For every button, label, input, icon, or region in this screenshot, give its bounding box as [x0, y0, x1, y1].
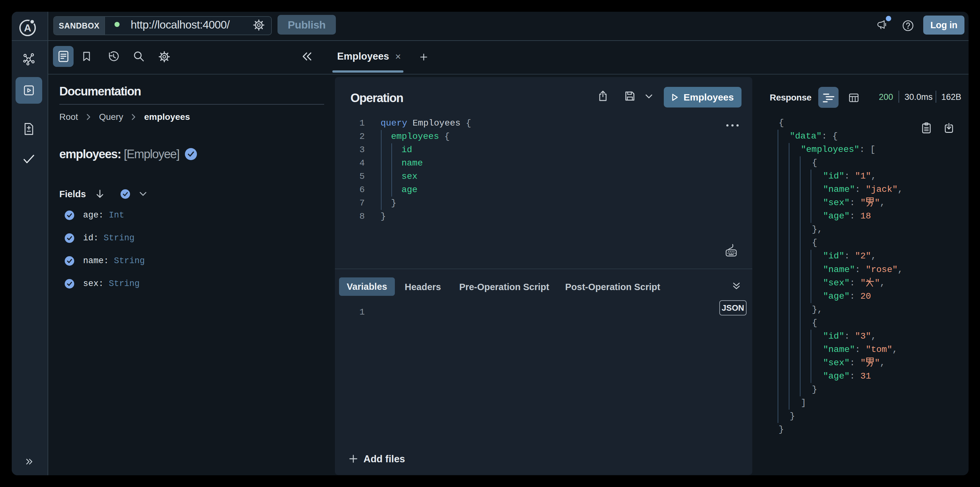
- svg-text:A: A: [24, 22, 31, 33]
